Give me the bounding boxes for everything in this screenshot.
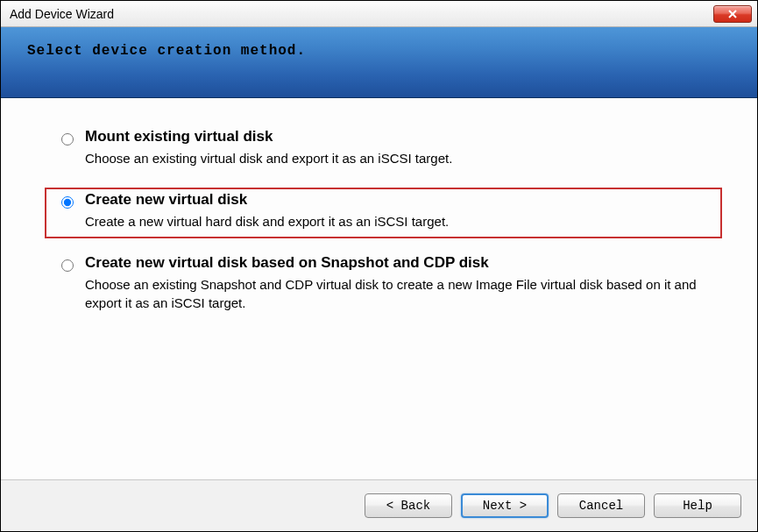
wizard-banner: Select device creation method.	[1, 27, 757, 98]
option-create-new[interactable]: Create new virtual disk Create a new vir…	[45, 188, 722, 238]
titlebar: Add Device Wizard	[1, 1, 757, 27]
option-desc: Choose an existing virtual disk and expo…	[85, 149, 717, 168]
wizard-content: Mount existing virtual disk Choose an ex…	[1, 98, 757, 480]
banner-text: Select device creation method.	[27, 43, 306, 59]
window-title: Add Device Wizard	[10, 7, 713, 21]
next-button[interactable]: Next >	[461, 493, 549, 518]
close-icon	[726, 10, 739, 18]
wizard-footer: < Back Next > Cancel Help	[1, 480, 757, 531]
option-create-snapshot[interactable]: Create new virtual disk based on Snapsho…	[45, 251, 722, 321]
option-desc: Create a new virtual hard disk and expor…	[85, 212, 717, 231]
radio-mount-existing[interactable]	[61, 133, 74, 145]
close-button[interactable]	[713, 5, 752, 23]
option-desc: Choose an existing Snapshot and CDP virt…	[85, 275, 717, 314]
option-mount-existing[interactable]: Mount existing virtual disk Choose an ex…	[45, 124, 722, 175]
option-title: Create new virtual disk	[85, 191, 717, 209]
help-button[interactable]: Help	[654, 493, 741, 518]
back-button[interactable]: < Back	[365, 493, 452, 518]
radio-create-snapshot[interactable]	[61, 259, 74, 272]
option-title: Mount existing virtual disk	[85, 128, 717, 145]
cancel-button[interactable]: Cancel	[557, 493, 645, 518]
option-title: Create new virtual disk based on Snapsho…	[85, 254, 717, 272]
radio-create-new[interactable]	[61, 196, 74, 209]
